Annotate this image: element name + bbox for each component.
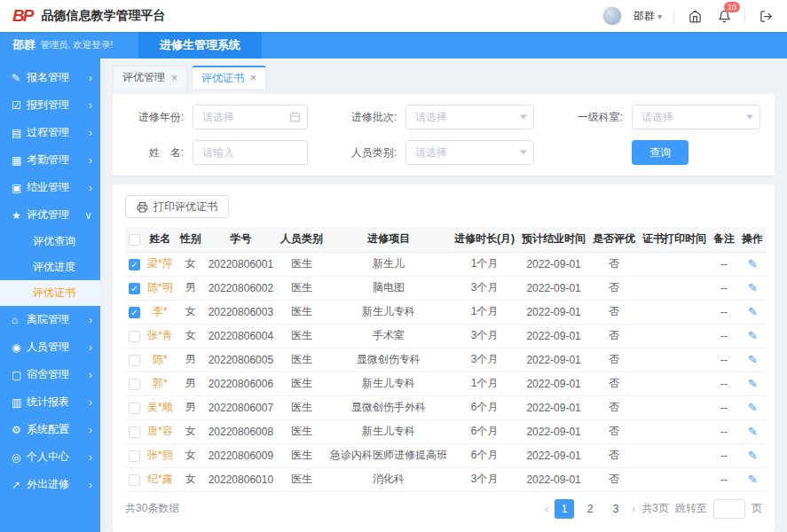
sidebar-item-10[interactable]: ▥ 统计报表 › <box>0 388 100 416</box>
cell-person-type: 医生 <box>277 395 327 419</box>
logout-button[interactable] <box>757 7 775 25</box>
row-checkbox[interactable] <box>129 403 140 414</box>
dept-select[interactable] <box>632 105 760 129</box>
close-icon[interactable]: × <box>171 72 177 84</box>
close-icon[interactable]: × <box>250 72 256 84</box>
cell-remark: -- <box>710 252 738 276</box>
chevron-icon: › <box>89 127 92 139</box>
sidebar-item-label: 系统配置 <box>27 422 89 437</box>
row-checkbox[interactable] <box>129 426 140 438</box>
cell-gender: 女 <box>177 419 205 443</box>
cell-gender: 男 <box>177 348 205 372</box>
jump-page-input[interactable] <box>713 499 745 519</box>
cell-project: 新生儿专科 <box>327 372 451 395</box>
sidebar-item-label: 人员管理 <box>27 340 89 355</box>
cell-project: 新生儿 <box>327 252 451 276</box>
edit-icon[interactable]: ✎ <box>748 281 758 294</box>
cell-print-time <box>639 276 710 300</box>
row-checkbox[interactable] <box>129 450 140 462</box>
sidebar-item-13[interactable]: ↗ 外出进修 › <box>0 471 100 498</box>
edit-icon[interactable]: ✎ <box>748 425 758 438</box>
row-checkbox[interactable] <box>129 355 140 366</box>
sidebar-item-9[interactable]: ▢ 宿舍管理 › <box>0 361 100 388</box>
cell-remark: -- <box>710 300 738 324</box>
tab-pingyou-zhengshu[interactable]: 评优证书 × <box>192 66 266 89</box>
edit-icon[interactable]: ✎ <box>748 329 758 342</box>
system-tab[interactable]: 进修生管理系统 <box>138 32 262 59</box>
app-window: BP 品德信息教学管理平台 邵群 ▾ 10 邵群 管理员, 欢 <box>0 0 787 532</box>
cell-print-time <box>639 372 710 395</box>
divider <box>673 9 674 23</box>
prev-page-button[interactable]: ‹ <box>545 502 548 515</box>
table-row: 李* 女 20220806003 医生 新生儿专科 1个月 2022-09-01… <box>125 300 767 324</box>
cell-awarded: 否 <box>589 276 639 300</box>
edit-icon[interactable]: ✎ <box>748 449 758 462</box>
edit-icon[interactable]: ✎ <box>748 305 758 318</box>
user-dropdown[interactable]: 邵群 ▾ <box>634 9 662 24</box>
edit-icon[interactable]: ✎ <box>748 473 758 486</box>
cell-expected-end: 2022-09-01 <box>518 372 589 395</box>
sidebar-item-8[interactable]: ◉ 人员管理 › <box>0 333 100 361</box>
cell-print-time <box>639 419 710 443</box>
query-button[interactable]: 查询 <box>632 140 689 165</box>
sidebar-item-5[interactable]: ▣ 结业管理 › <box>0 174 100 201</box>
batch-select[interactable] <box>405 105 534 129</box>
sidebar-subitem-3[interactable]: 评优证书 <box>0 280 100 306</box>
name-input[interactable] <box>193 140 308 165</box>
cell-awarded: 否 <box>589 443 639 467</box>
table-row: 梁*萍 女 20220806001 医生 新生儿 1个月 2022-09-01 … <box>125 252 767 276</box>
cell-student-id: 20220806005 <box>205 348 277 372</box>
edit-icon[interactable]: ✎ <box>748 377 758 390</box>
page-button-2[interactable]: 2 <box>580 499 600 519</box>
cell-duration: 3个月 <box>451 348 518 372</box>
sidebar-item-4[interactable]: ▦ 考勤管理 › <box>0 146 100 174</box>
sidebar-item-12[interactable]: ◎ 个人中心 › <box>0 443 100 471</box>
sidebar-item-2[interactable]: ☑ 报到管理 › <box>0 91 100 119</box>
cell-person-type: 医生 <box>277 300 327 324</box>
tab-pingyou-guanli[interactable]: 评优管理 × <box>113 66 187 89</box>
print-certificates-button[interactable]: 打印评优证书 <box>125 195 229 218</box>
notifications-button[interactable]: 10 <box>715 7 733 25</box>
page-button-1[interactable]: 1 <box>555 499 574 519</box>
row-checkbox[interactable] <box>129 307 140 318</box>
cell-expected-end: 2022-09-01 <box>518 276 589 300</box>
cell-project: 显微创伤手外科 <box>327 395 451 419</box>
sidebar-item-label: 报到管理 <box>27 98 89 113</box>
row-checkbox[interactable] <box>129 283 140 294</box>
sidebar-item-7[interactable]: ⌂ 离院管理 › <box>0 306 100 333</box>
next-page-button[interactable]: › <box>632 502 635 515</box>
edit-icon[interactable]: ✎ <box>748 353 758 366</box>
row-checkbox[interactable] <box>129 259 140 270</box>
cell-expected-end: 2022-09-01 <box>518 395 589 419</box>
chevron-icon: › <box>89 154 92 167</box>
row-checkbox[interactable] <box>129 331 140 342</box>
cell-student-id: 20220806009 <box>205 443 277 467</box>
cell-person-type: 医生 <box>277 252 327 276</box>
column-header: 是否评优 <box>589 227 639 252</box>
menu-icon: ▢ <box>12 369 27 381</box>
cell-expected-end: 2022-09-01 <box>518 419 589 443</box>
records-table: 姓名性别学号人员类别进修项目进修时长(月)预计结业时间是否评优证书打印时间备注操… <box>125 227 767 492</box>
sidebar-item-6[interactable]: ★ 评优管理 ∨ <box>0 201 100 229</box>
sidebar-item-11[interactable]: ⚙ 系统配置 › <box>0 416 100 443</box>
menu-icon: ⚙ <box>12 424 27 436</box>
column-header: 人员类别 <box>277 227 327 252</box>
cell-gender: 女 <box>177 252 205 276</box>
sidebar-item-3[interactable]: ▤ 过程管理 › <box>0 119 100 146</box>
edit-icon[interactable]: ✎ <box>748 401 758 414</box>
row-checkbox[interactable] <box>129 379 140 390</box>
user-avatar[interactable] <box>602 6 622 26</box>
row-checkbox[interactable] <box>129 474 140 486</box>
page-button-3[interactable]: 3 <box>606 499 626 519</box>
sidebar-item-1[interactable]: ✎ 报名管理 › <box>0 64 100 91</box>
home-button[interactable] <box>686 7 704 25</box>
person-type-select[interactable] <box>405 140 534 165</box>
select-all-checkbox[interactable] <box>129 234 140 246</box>
cell-name: 陈*明 <box>144 276 177 300</box>
sidebar-subitem-label: 评优进度 <box>33 260 75 275</box>
sidebar-subitem-1[interactable]: 评优查询 <box>0 229 100 254</box>
sidebar-subitem-2[interactable]: 评优进度 <box>0 254 100 280</box>
table-row: 陈*明 男 20220806002 医生 脑电图 3个月 2022-09-01 … <box>125 276 767 300</box>
menu-icon: ▣ <box>12 182 27 194</box>
edit-icon[interactable]: ✎ <box>748 257 758 270</box>
